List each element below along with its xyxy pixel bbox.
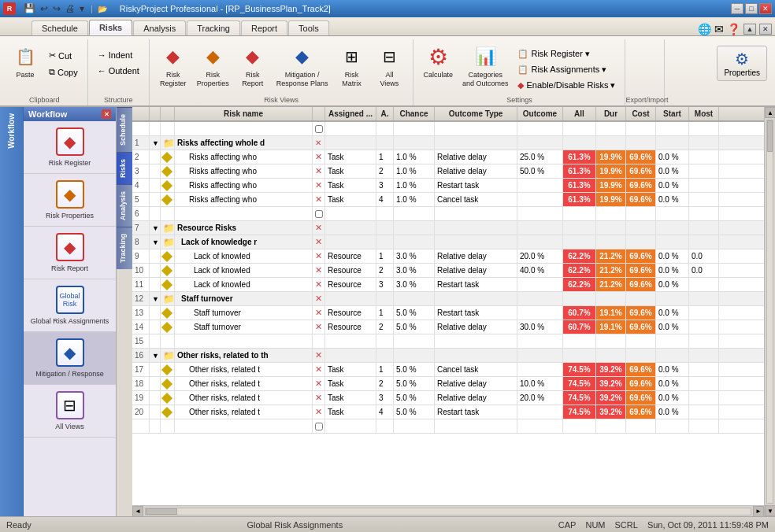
tab-tracking[interactable]: Tracking xyxy=(187,20,240,35)
table-row[interactable]: 1 ▼ 📁 Risks affecting whole d ✕ xyxy=(132,136,764,150)
cell-expand[interactable]: ▼ xyxy=(150,136,161,150)
table-row[interactable]: 16 ▼ 📁 Other risks, related to th ✕ xyxy=(132,349,764,363)
all-views-button[interactable]: ⊟ AllViews xyxy=(372,42,406,90)
scroll-up-button[interactable]: ▲ xyxy=(765,107,775,118)
categories-button[interactable]: 📊 Categoriesand Outcomes xyxy=(459,42,512,90)
qat-dropdown[interactable]: ▾ xyxy=(78,2,86,15)
table-row[interactable]: 14 Staff turnover ✕ Resource 2 5.0 % Rel… xyxy=(132,320,764,334)
table-row[interactable]: 9 Lack of knowled ✕ Resource 1 3.0 % Rel… xyxy=(132,249,764,264)
tab-report[interactable]: Report xyxy=(241,20,287,35)
vertical-scrollbar[interactable]: ▲ ▼ xyxy=(764,107,775,516)
table-row[interactable]: 17 Other risks, related t ✕ Task 1 5.0 %… xyxy=(132,363,764,377)
row-checkbox[interactable] xyxy=(315,125,323,133)
qat-redo[interactable]: ↪ xyxy=(51,2,62,15)
cell-expand[interactable]: ▼ xyxy=(150,221,161,235)
row-checkbox[interactable] xyxy=(315,210,323,218)
close-button[interactable]: ✕ xyxy=(759,3,772,14)
table-row[interactable]: 18 Other risks, related t ✕ Task 2 5.0 %… xyxy=(132,377,764,391)
workflow-item-risk-report[interactable]: ◆ Risk Report xyxy=(24,227,116,279)
cell-num: 4 xyxy=(132,179,150,192)
copy-button[interactable]: ⧉ Copy xyxy=(46,65,81,79)
cell-num: 8 xyxy=(132,235,150,249)
workflow-item-mitigation[interactable]: ◆ Mitigation / Response xyxy=(24,332,116,385)
workflow-item-risk-properties[interactable]: ◆ Risk Properties xyxy=(24,174,116,227)
risk-report-button[interactable]: ◆ RiskReport xyxy=(235,42,270,90)
cell-expand[interactable]: ▼ xyxy=(150,235,161,249)
email-icon[interactable]: ✉ xyxy=(714,23,724,35)
table-row[interactable]: 5 Risks affecting who ✕ Task 4 1.0 % Can… xyxy=(132,193,764,207)
table-row[interactable]: 20 Other risks, related t ✕ Task 4 5.0 %… xyxy=(132,405,764,419)
table-row[interactable]: 8 ▼ 📁 Lack of knowledge r ✕ xyxy=(132,235,764,249)
workflow-item-global-risk[interactable]: Global Risk Global Risk Assignments xyxy=(24,279,116,332)
ribbon-minimize[interactable]: ▲ xyxy=(743,24,756,35)
tab-risks[interactable]: Risks xyxy=(89,20,132,35)
minimize-button[interactable]: ─ xyxy=(731,3,743,14)
cell-start xyxy=(656,136,689,150)
cell-expand[interactable]: ▼ xyxy=(150,292,161,305)
cell-chance: 5.0 % xyxy=(394,363,435,376)
risk-register-button[interactable]: ◆ RiskRegister xyxy=(156,42,191,90)
restore-button[interactable]: □ xyxy=(745,3,758,14)
calculate-icon: ⚙ xyxy=(425,44,451,69)
table-row[interactable]: 4 Risks affecting who ✕ Task 3 1.0 % Res… xyxy=(132,179,764,193)
properties-button[interactable]: ⚙ Properties xyxy=(717,46,767,81)
help-icon[interactable]: 🌐 xyxy=(698,23,711,35)
tab-side-analysis[interactable]: Analysis xyxy=(117,184,132,227)
risk-register-dd-button[interactable]: 📋 Risk Register ▾ xyxy=(514,47,618,61)
risk-assignments-dd-button[interactable]: 📋 Risk Assignments ▾ xyxy=(514,63,618,76)
table-row[interactable]: 13 Staff turnover ✕ Resource 1 5.0 % Res… xyxy=(132,306,764,320)
table-row[interactable]: 7 ▼ 📁 Resource Risks ✕ xyxy=(132,221,764,235)
table-row[interactable]: 2 Risks affecting who ✕ Task 1 1.0 % Rel… xyxy=(132,150,764,164)
scroll-left-button[interactable]: ◄ xyxy=(132,506,143,517)
workflow-close-button[interactable]: ✕ xyxy=(102,109,111,119)
qat-save[interactable]: 💾 xyxy=(22,2,37,15)
status-datetime: Sun, Oct 09, 2011 11:59:48 PM xyxy=(647,520,769,530)
workflow-item-risk-register[interactable]: ◆ Risk Register xyxy=(24,121,116,174)
tab-side-schedule[interactable]: Schedule xyxy=(117,107,132,152)
scroll-right-button[interactable]: ► xyxy=(753,506,764,517)
expand-icon[interactable]: ▼ xyxy=(152,295,159,303)
qat-print[interactable]: 🖨 xyxy=(64,2,76,15)
cell-outcome-type xyxy=(435,207,517,220)
table-row[interactable]: 3 Risks affecting who ✕ Task 2 1.0 % Rel… xyxy=(132,164,764,179)
paste-button[interactable]: 📋 Paste xyxy=(8,42,43,81)
expand-icon[interactable]: ▼ xyxy=(152,352,159,360)
tab-tools[interactable]: Tools xyxy=(288,20,329,35)
ribbon-close[interactable]: ✕ xyxy=(759,24,772,35)
scroll-down-button[interactable]: ▼ xyxy=(765,505,775,516)
calculate-button[interactable]: ⚙ Calculate xyxy=(420,42,456,81)
tab-side-risks[interactable]: Risks xyxy=(117,152,132,184)
tab-schedule[interactable]: Schedule xyxy=(32,20,88,35)
scroll-v-track[interactable] xyxy=(766,120,773,504)
workflow-item-all-views[interactable]: ⊟ All Views xyxy=(24,385,116,438)
cell-expand[interactable]: ▼ xyxy=(150,349,161,362)
indent-button[interactable]: → Indent xyxy=(95,49,136,61)
qat-undo[interactable]: ↩ xyxy=(39,2,50,15)
qat-open[interactable]: 📂 xyxy=(98,5,107,13)
horizontal-scrollbar[interactable]: ◄ ► xyxy=(132,505,764,516)
table-header: Risk name Assigned ... A. Chance Outcome… xyxy=(132,107,764,122)
scroll-v-thumb[interactable] xyxy=(767,120,773,152)
tab-analysis[interactable]: Analysis xyxy=(133,20,186,35)
expand-icon[interactable]: ▼ xyxy=(152,238,159,246)
scroll-track[interactable] xyxy=(145,508,751,515)
cell-cost: 69.6% xyxy=(626,363,656,376)
question-icon[interactable]: ❓ xyxy=(727,23,740,35)
table-row[interactable]: 11 Lack of knowled ✕ Resource 3 3.0 % Re… xyxy=(132,278,764,292)
mitigation-button[interactable]: ◆ Mitigation /Response Plans xyxy=(273,42,332,90)
table-row[interactable]: 12 ▼ 📁 Staff turnover ✕ xyxy=(132,292,764,306)
cell-name: Other risks, related t xyxy=(175,363,313,376)
expand-icon[interactable]: ▼ xyxy=(152,224,159,232)
outdent-button[interactable]: ← Outdent xyxy=(95,65,143,77)
tab-side-tracking[interactable]: Tracking xyxy=(117,227,132,269)
risk-matrix-button[interactable]: ⊞ RiskMatrix xyxy=(334,42,369,90)
table-row[interactable]: 19 Other risks, related t ✕ Task 3 5.0 %… xyxy=(132,391,764,405)
row-checkbox[interactable] xyxy=(315,423,323,430)
table-row[interactable]: 10 Lack of knowled ✕ Resource 2 3.0 % Re… xyxy=(132,264,764,278)
scroll-thumb[interactable] xyxy=(146,508,177,515)
cell-a xyxy=(376,207,394,220)
cut-button[interactable]: ✂ Cut xyxy=(46,49,81,62)
enable-disable-button[interactable]: ◆ Enable/Disable Risks ▾ xyxy=(514,79,618,92)
risk-properties-button[interactable]: ◆ RiskProperties xyxy=(194,42,232,90)
expand-icon[interactable]: ▼ xyxy=(152,139,159,147)
